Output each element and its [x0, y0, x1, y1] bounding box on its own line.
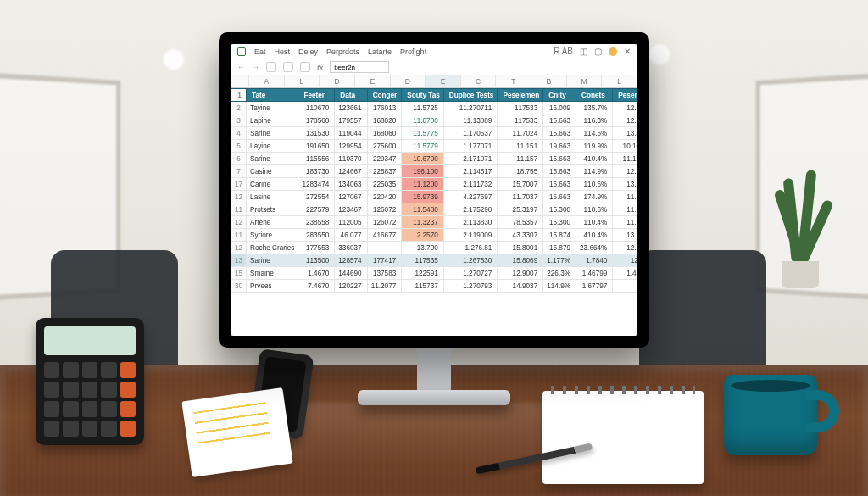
- cell[interactable]: 11.2630: [613, 191, 637, 203]
- cell[interactable]: 126072: [367, 216, 402, 229]
- cell[interactable]: 272554: [298, 191, 335, 203]
- table-row[interactable]: 12Artene23855811200512607211.32372.11383…: [231, 216, 638, 229]
- cell[interactable]: 117533: [498, 102, 543, 114]
- cell[interactable]: 1.44670: [613, 267, 637, 280]
- row-number[interactable]: 12: [231, 216, 247, 229]
- cell[interactable]: 10.10765: [613, 140, 637, 153]
- row-number[interactable]: 17: [231, 178, 247, 191]
- cell[interactable]: 238558: [298, 216, 335, 229]
- row-number[interactable]: 11: [231, 203, 247, 216]
- cell[interactable]: 11.10765: [613, 153, 637, 165]
- cell[interactable]: Artene: [247, 216, 298, 229]
- cell[interactable]: 18.755: [498, 165, 543, 178]
- cell[interactable]: 43.3307: [498, 229, 543, 242]
- cell[interactable]: 1.7840: [576, 254, 613, 267]
- menu-item[interactable]: Profight: [400, 47, 426, 56]
- cell[interactable]: 1.170537: [443, 127, 498, 140]
- column-header[interactable]: C: [461, 75, 497, 87]
- cell[interactable]: Sarine: [247, 254, 298, 267]
- cell[interactable]: 117535: [402, 254, 444, 267]
- select-all-corner[interactable]: [231, 75, 249, 87]
- cell[interactable]: 11.13089: [443, 114, 498, 127]
- row-number[interactable]: 4: [231, 127, 247, 140]
- table-row[interactable]: 4Sarine13153011904416806011.57751.170537…: [231, 127, 638, 140]
- cell[interactable]: 13.700: [402, 242, 444, 254]
- window-minimize-icon[interactable]: ◫: [580, 47, 587, 56]
- cell[interactable]: 12.7987: [613, 114, 637, 127]
- table-row[interactable]: 7Casine183730124667225837196.1002.114517…: [231, 165, 638, 178]
- cell[interactable]: 127067: [335, 191, 367, 203]
- cell[interactable]: 174.9%: [576, 191, 613, 203]
- cell[interactable]: 15.879: [543, 242, 576, 254]
- table-row[interactable]: 11Protsets22757912346712607211.54802.175…: [231, 203, 638, 216]
- cell[interactable]: 12.9007: [498, 267, 543, 280]
- cell[interactable]: Syriore: [247, 229, 298, 242]
- cell[interactable]: 110.6%: [576, 203, 613, 216]
- cell[interactable]: 122591: [402, 267, 444, 280]
- cell[interactable]: 13.6445: [613, 178, 637, 191]
- cell[interactable]: 2.175290: [443, 203, 498, 216]
- row-number[interactable]: 1: [231, 89, 247, 102]
- menu-item[interactable]: Deley: [298, 47, 318, 56]
- cell[interactable]: 114.6%: [576, 127, 613, 140]
- cell[interactable]: 135.7%: [576, 102, 613, 114]
- column-header[interactable]: E: [355, 75, 391, 87]
- menu-item[interactable]: Eat: [254, 47, 266, 56]
- row-number[interactable]: 13: [231, 254, 247, 267]
- cell[interactable]: 119044: [335, 127, 367, 140]
- cell[interactable]: 1.67797: [576, 280, 613, 293]
- cell[interactable]: 2.111732: [443, 178, 498, 191]
- cell[interactable]: 13.4746: [613, 127, 637, 140]
- table-header-cell[interactable]: Tate: [247, 89, 298, 102]
- cell[interactable]: 15.8001: [498, 242, 543, 254]
- row-number[interactable]: 12: [231, 191, 247, 203]
- table-row[interactable]: 17Carine128347413406322503511.12002.1117…: [231, 178, 638, 191]
- table-row[interactable]: 5Layine19165012995427560011.57791.177071…: [231, 140, 638, 153]
- cell[interactable]: 220420: [367, 191, 402, 203]
- cell[interactable]: 123661: [335, 102, 367, 114]
- cell[interactable]: 1283474: [298, 178, 335, 191]
- table-row[interactable]: 6Sarine11555611037022934710.67002.171071…: [231, 153, 638, 165]
- cell[interactable]: 1.270727: [443, 267, 498, 280]
- cell[interactable]: 126072: [367, 203, 402, 216]
- cell[interactable]: Sarine: [247, 127, 298, 140]
- cell[interactable]: 336037: [335, 242, 367, 254]
- cell[interactable]: 14.9037: [498, 280, 543, 293]
- cell[interactable]: 115556: [298, 153, 335, 165]
- row-number[interactable]: 5: [231, 140, 247, 153]
- column-header[interactable]: B: [531, 75, 567, 87]
- table-header-cell[interactable]: Conger: [367, 89, 402, 102]
- cell[interactable]: 179557: [335, 114, 367, 127]
- cell[interactable]: 2.119009: [443, 229, 498, 242]
- column-header[interactable]: D: [320, 75, 355, 87]
- cell[interactable]: 11.5779: [402, 140, 444, 153]
- column-header[interactable]: D: [391, 75, 426, 87]
- cell[interactable]: 119.9%: [576, 140, 613, 153]
- cell[interactable]: 11.5725: [402, 102, 444, 114]
- table-row[interactable]: 30Prvees7.467012022711.20771157371.27079…: [231, 280, 638, 293]
- cell[interactable]: 283550: [298, 229, 335, 242]
- table-row[interactable]: 13Sarine1135001285741774171175351.267830…: [231, 254, 638, 267]
- cell[interactable]: 124667: [335, 165, 367, 178]
- cell[interactable]: 15.300: [543, 216, 576, 229]
- cell[interactable]: 13.1357: [613, 229, 637, 242]
- cell[interactable]: 110.6%: [576, 178, 613, 191]
- cell[interactable]: 78.5357: [498, 216, 543, 229]
- cell[interactable]: 15.874: [543, 229, 576, 242]
- table-row[interactable]: 15Smaine1.46701446901375831225911.270727…: [231, 267, 638, 280]
- cell[interactable]: 12.5279: [613, 242, 637, 254]
- cell[interactable]: 168060: [367, 127, 402, 140]
- cell[interactable]: Prvees: [247, 280, 298, 293]
- table-row[interactable]: 12Lasine27255412706722042015.97394.22759…: [231, 191, 638, 203]
- row-number[interactable]: 2: [231, 102, 247, 114]
- toolbar-button[interactable]: [300, 62, 310, 72]
- cell[interactable]: 410.4%: [576, 229, 613, 242]
- cell[interactable]: 110.4%: [576, 216, 613, 229]
- cell[interactable]: 2.171071: [443, 153, 498, 165]
- cell[interactable]: 46.077: [335, 229, 367, 242]
- cell[interactable]: 15.663: [543, 178, 576, 191]
- cell[interactable]: 1.276.81: [443, 242, 498, 254]
- cell[interactable]: 178560: [298, 114, 335, 127]
- cell[interactable]: 129954: [335, 140, 367, 153]
- column-header[interactable]: L: [285, 75, 320, 87]
